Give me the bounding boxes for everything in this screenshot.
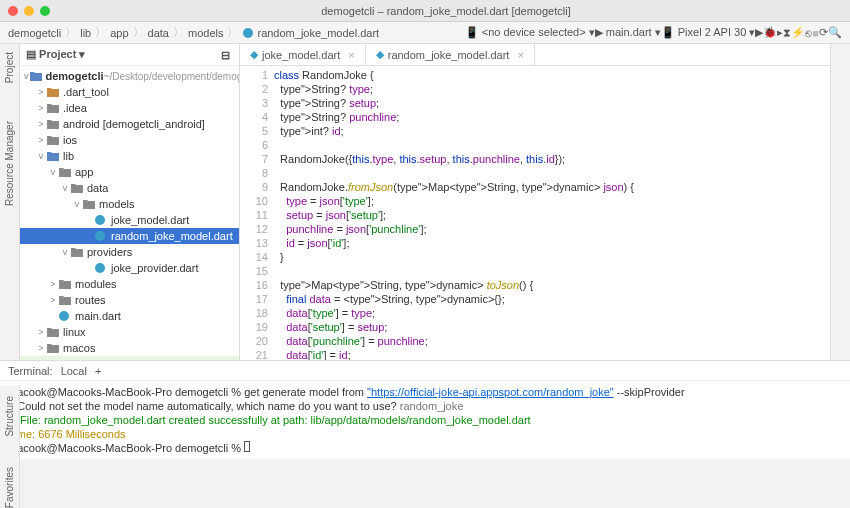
editor-tab[interactable]: ◆ random_joke_model.dart × bbox=[366, 44, 535, 65]
terminal-title: Terminal: bbox=[8, 365, 53, 377]
editor-tabs: ◆ joke_model.dart × ◆ random_joke_model.… bbox=[240, 44, 830, 66]
tree-node[interactable]: joke_provider.dart bbox=[20, 260, 239, 276]
hot-reload-button[interactable]: ⚡ bbox=[791, 26, 805, 39]
terminal-body[interactable]: macook@Macooks-MacBook-Pro demogetcli % … bbox=[0, 381, 850, 459]
dart-run-icon: ▶ bbox=[595, 26, 603, 38]
terminal-header: Terminal: Local + bbox=[0, 361, 850, 381]
resource-manager-tool-tab[interactable]: Resource Manager bbox=[4, 117, 15, 210]
svg-point-1 bbox=[95, 215, 105, 225]
right-tool-tabs bbox=[830, 44, 850, 360]
titlebar: demogetcli – random_joke_model.dart [dem… bbox=[0, 0, 850, 22]
tree-node[interactable]: >modules bbox=[20, 276, 239, 292]
tree-node[interactable]: >.dart_tool bbox=[20, 84, 239, 100]
project-panel: ▤ Project ▾ ⊟ vdemogetcli ~/Desktop/deve… bbox=[20, 44, 240, 360]
tree-node[interactable]: vlib bbox=[20, 148, 239, 164]
structure-tool-tab[interactable]: Structure bbox=[4, 396, 15, 437]
close-tab-icon[interactable]: × bbox=[517, 49, 523, 61]
tree-node[interactable]: >macos bbox=[20, 340, 239, 356]
debug-button[interactable]: 🐞 bbox=[763, 26, 777, 39]
search-button[interactable]: 🔍 bbox=[828, 26, 842, 39]
terminal-panel: Terminal: Local + macook@Macooks-MacBook… bbox=[0, 360, 850, 459]
dart-file-icon bbox=[242, 27, 254, 39]
svg-point-0 bbox=[243, 28, 253, 38]
tree-node[interactable]: >ios bbox=[20, 132, 239, 148]
dart-file-icon: ◆ bbox=[376, 48, 384, 61]
breadcrumb-item[interactable]: random_joke_model.dart bbox=[257, 27, 379, 39]
editor-tab-label: random_joke_model.dart bbox=[388, 49, 510, 61]
window-title: demogetcli – random_joke_model.dart [dem… bbox=[50, 5, 842, 17]
device-selector-label: <no device selected> bbox=[482, 26, 586, 38]
breadcrumb: demogetcli〉 lib〉 app〉 data〉 models〉 rand… bbox=[0, 22, 850, 44]
attach-button[interactable]: ⎋ bbox=[805, 27, 812, 39]
success-text: File: random_joke_model.dart created suc… bbox=[20, 414, 531, 426]
tree-node[interactable]: joke_model.dart bbox=[20, 212, 239, 228]
emulator-label: Pixel 2 API 30 bbox=[678, 26, 747, 38]
run-button[interactable]: ▶ bbox=[755, 26, 763, 39]
emulator-selector[interactable]: 📱 Pixel 2 API 30 ▾ bbox=[661, 26, 756, 39]
code-lines[interactable]: class RandomJoke { type">String? type; t… bbox=[274, 66, 634, 360]
git-update-button[interactable]: ⟳ bbox=[819, 26, 828, 39]
favorites-tool-tab[interactable]: Favorites bbox=[4, 467, 15, 508]
device-selector[interactable]: 📱 <no device selected> ▾ bbox=[465, 26, 595, 39]
breadcrumb-item[interactable]: models bbox=[188, 27, 223, 39]
answer-text: random_joke bbox=[400, 400, 464, 412]
main-area: Project Resource Manager ▤ Project ▾ ⊟ v… bbox=[0, 44, 850, 360]
tree-node[interactable]: >routes bbox=[20, 292, 239, 308]
breadcrumb-item[interactable]: data bbox=[148, 27, 169, 39]
tree-node[interactable]: vmodels bbox=[20, 196, 239, 212]
command-text: get generate model from bbox=[244, 386, 367, 398]
cursor bbox=[244, 441, 250, 452]
zoom-window-icon[interactable] bbox=[40, 6, 50, 16]
phone-icon: 📱 bbox=[661, 26, 675, 38]
project-tree[interactable]: vdemogetcli ~/Desktop/development/demoge… bbox=[20, 66, 239, 360]
project-view-selector[interactable]: ▤ Project ▾ bbox=[26, 48, 85, 61]
terminal-session-tab[interactable]: Local bbox=[61, 365, 87, 377]
prompt: macook@Macooks-MacBook-Pro demogetcli % bbox=[8, 442, 244, 454]
tree-node[interactable]: vdata bbox=[20, 180, 239, 196]
left-tool-tabs-bottom: Structure Favorites bbox=[0, 386, 20, 508]
project-tool-tab[interactable]: Project bbox=[4, 48, 15, 87]
collapse-all-icon[interactable]: ⊟ bbox=[221, 49, 233, 61]
tree-node[interactable]: >android [demogetcli_android] bbox=[20, 116, 239, 132]
project-panel-header: ▤ Project ▾ ⊟ bbox=[20, 44, 239, 66]
tree-node[interactable]: >linux bbox=[20, 324, 239, 340]
phone-icon: 📱 bbox=[465, 26, 479, 38]
command-text: --skipProvider bbox=[614, 386, 685, 398]
svg-point-3 bbox=[95, 263, 105, 273]
stop-button[interactable]: ■ bbox=[812, 27, 819, 39]
tree-node[interactable]: vapp bbox=[20, 164, 239, 180]
svg-point-2 bbox=[95, 231, 105, 241]
svg-point-4 bbox=[59, 311, 69, 321]
tree-node[interactable]: random_joke_model.dart bbox=[20, 228, 239, 244]
close-tab-icon[interactable]: × bbox=[348, 49, 354, 61]
breadcrumb-item[interactable]: demogetcli bbox=[8, 27, 61, 39]
minimize-window-icon[interactable] bbox=[24, 6, 34, 16]
editor-tab-label: joke_model.dart bbox=[262, 49, 340, 61]
close-window-icon[interactable] bbox=[8, 6, 18, 16]
run-config-selector[interactable]: ▶ main.dart ▾ bbox=[595, 26, 661, 39]
new-session-button[interactable]: + bbox=[95, 365, 101, 377]
url-text[interactable]: "https://official-joke-api.appspot.com/r… bbox=[367, 386, 614, 398]
tree-root[interactable]: vdemogetcli ~/Desktop/development/demoge… bbox=[20, 68, 239, 84]
timing-text: Time: 6676 Milliseconds bbox=[8, 427, 842, 441]
tree-node[interactable]: >.idea bbox=[20, 100, 239, 116]
dart-file-icon: ◆ bbox=[250, 48, 258, 61]
tree-node[interactable]: vproviders bbox=[20, 244, 239, 260]
profile-button[interactable]: ⧗ bbox=[783, 26, 791, 39]
editor-area: ◆ joke_model.dart × ◆ random_joke_model.… bbox=[240, 44, 830, 360]
tree-node[interactable]: main.dart bbox=[20, 308, 239, 324]
tree-node[interactable]: >test bbox=[20, 356, 239, 360]
breadcrumb-item[interactable]: app bbox=[110, 27, 128, 39]
code-editor[interactable]: 123456789101112131415161718192021 class … bbox=[240, 66, 830, 360]
question-text: Could not set the model name automatical… bbox=[17, 400, 400, 412]
window-controls bbox=[8, 6, 50, 16]
run-config-label: main.dart bbox=[606, 26, 652, 38]
left-tool-tabs: Project Resource Manager bbox=[0, 44, 20, 360]
prompt: macook@Macooks-MacBook-Pro demogetcli % bbox=[8, 386, 244, 398]
line-numbers: 123456789101112131415161718192021 bbox=[240, 66, 274, 360]
breadcrumb-item[interactable]: lib bbox=[80, 27, 91, 39]
editor-tab[interactable]: ◆ joke_model.dart × bbox=[240, 44, 366, 65]
